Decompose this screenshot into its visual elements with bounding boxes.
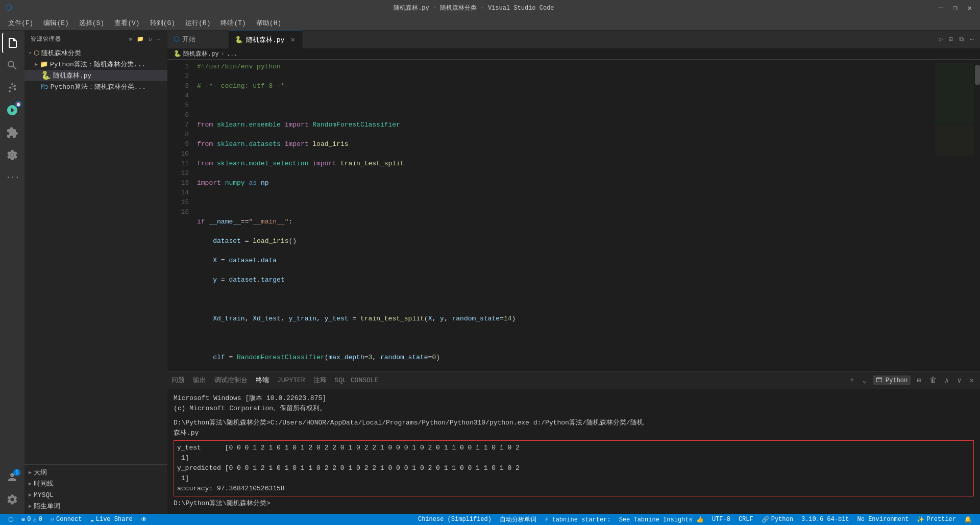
editor-layout-icon[interactable]: ⧉ <box>957 34 966 45</box>
liveshare-label: Live Share <box>96 516 133 523</box>
status-tabnine-auto[interactable]: 自动分析单词 <box>496 514 541 525</box>
menu-view[interactable]: 查看(V) <box>110 16 143 30</box>
tabnine-auto-label: 自动分析单词 <box>500 515 536 524</box>
menu-select[interactable]: 选择(S) <box>75 16 108 30</box>
sidebar-section-mysql[interactable]: ▶ MYSQL <box>24 489 167 501</box>
split-terminal-button[interactable]: ⊞ <box>915 375 923 386</box>
split-editor-icon[interactable]: ⊡ <box>947 33 955 45</box>
terminal-tab-terminal[interactable]: 终端 <box>256 373 269 387</box>
activity-remote-icon[interactable] <box>2 145 22 165</box>
status-liveshare[interactable]: ☁ Live Share <box>86 514 137 525</box>
new-terminal-button[interactable]: + <box>848 375 856 385</box>
maximize-panel-button[interactable]: ∧ <box>943 375 951 386</box>
new-folder-icon[interactable]: 📁 <box>136 35 145 43</box>
status-tabnine-insights[interactable]: See Tabnine Insights 👍 <box>615 514 708 525</box>
sidebar-section-timeline[interactable]: ▶ 时间线 <box>24 478 167 489</box>
terminal-tab-problems[interactable]: 问题 <box>172 373 185 387</box>
more-actions-icon[interactable]: ⋯ <box>968 33 976 45</box>
breadcrumb-sep: › <box>221 51 225 58</box>
terminal-tab-debug[interactable]: 调试控制台 <box>214 373 248 387</box>
editor-scrollbar[interactable] <box>975 60 980 371</box>
menu-help[interactable]: 帮助(H) <box>252 16 285 30</box>
menu-run[interactable]: 运行(R) <box>181 16 214 30</box>
collapse-icon[interactable]: ⋯ <box>155 35 161 43</box>
md-file-icon: Mↄ <box>41 83 48 91</box>
code-editor[interactable]: 12345 678910 1112131415 16 #!/usr/bin/en… <box>167 60 934 371</box>
activity-settings-icon[interactable] <box>2 489 22 510</box>
terminal-tab-output[interactable]: 输出 <box>193 373 206 387</box>
subfolder-label: Python算法：随机森林分类... <box>50 60 145 69</box>
close-panel-button[interactable]: ✕ <box>968 375 976 386</box>
terminal-accuracy-output: accuracy: 97.36842105263158 <box>177 484 970 494</box>
activity-scm-icon[interactable] <box>2 78 22 98</box>
status-connect[interactable]: ⚇ Connect <box>46 514 86 525</box>
tab-start[interactable]: ⬡ 开始 <box>167 31 229 48</box>
maximize-button[interactable]: ❐ <box>950 3 960 13</box>
sidebar-section-words[interactable]: ▶ 陌生单词 <box>24 501 167 512</box>
status-encoding[interactable]: UTF-8 <box>708 514 734 525</box>
activity-more-icon[interactable]: ··· <box>2 167 22 188</box>
kill-terminal-button[interactable]: 🗑 <box>927 375 939 385</box>
close-button[interactable]: ✕ <box>965 3 975 13</box>
status-python-link[interactable]: 🔗 Python <box>757 514 797 525</box>
new-file-icon[interactable]: ⊕ <box>128 35 134 43</box>
status-language[interactable]: Chinese (Simplified) <box>414 514 496 525</box>
menu-edit[interactable]: 编辑(E) <box>39 16 72 30</box>
file-tree: ▾ ⬡ 随机森林分类 ▶ 📁 Python算法：随机森林分类... 🐍 随机森林… <box>24 47 167 464</box>
status-prettier[interactable]: ✨ Prettier <box>913 514 960 525</box>
tree-root-folder[interactable]: ▾ ⬡ 随机森林分类 <box>24 47 167 59</box>
sidebar-header: 资源管理器 ⊕ 📁 ↻ ⋯ <box>24 31 167 47</box>
timeline-arrow-icon: ▶ <box>29 481 32 487</box>
tabnine-insights-label: See Tabnine Insights 👍 <box>619 516 704 523</box>
terminal-ypred-output: y_predicted [0 0 0 1 2 1 0 1 0 1 1 0 2 2… <box>177 463 970 484</box>
title-bar-controls: — ❐ ✕ <box>936 3 975 13</box>
run-file-icon[interactable]: ▷ <box>937 33 945 45</box>
status-eol[interactable]: CRLF <box>734 514 757 525</box>
activity-search-icon[interactable] <box>2 55 22 76</box>
liveshare-icon: ☁ <box>90 516 94 523</box>
terminal-spacer <box>174 414 974 418</box>
encoding-label: UTF-8 <box>712 516 730 523</box>
status-eye[interactable]: 👁 <box>137 514 151 525</box>
language-label: Chinese (Simplified) <box>418 516 492 523</box>
status-tabnine[interactable]: ⚡ tabnine starter: <box>541 514 615 525</box>
terminal-tab-jupyter[interactable]: JUPYTER <box>277 374 305 386</box>
activity-debug-icon[interactable]: ⏰ <box>2 100 22 120</box>
tree-file-py[interactable]: 🐍 随机森林.py <box>24 70 167 81</box>
minimize-button[interactable]: — <box>936 3 946 13</box>
sidebar-section-outline[interactable]: ▶ 大纲 <box>24 467 167 478</box>
minimize-panel-button[interactable]: ∨ <box>955 375 963 386</box>
title-bar: ⬡ 随机森林.py - 随机森林分类 - Visual Studio Code … <box>0 0 980 15</box>
status-bar: ⬡ ⊗ 0 ⚠ 0 ⚇ Connect ☁ Live Share 👁 Chine… <box>0 514 980 525</box>
tab-py-label: 随机森林.py <box>246 35 284 44</box>
activity-account-icon[interactable] <box>2 467 22 487</box>
words-arrow-icon: ▶ <box>29 503 32 509</box>
menu-goto[interactable]: 转到(G) <box>146 16 179 30</box>
tab-main-file[interactable]: 🐍 随机森林.py ✕ <box>229 31 303 48</box>
svg-point-0 <box>11 154 14 157</box>
tree-file-md[interactable]: Mↄ Python算法：随机森林分类... <box>24 81 167 92</box>
tab-close-button[interactable]: ✕ <box>289 35 296 44</box>
code-content[interactable]: #!/usr/bin/env python # -*- coding: utf-… <box>193 60 934 371</box>
mysql-arrow-icon: ▶ <box>29 492 32 498</box>
status-env[interactable]: No Environment <box>853 514 913 525</box>
outline-label: 大纲 <box>34 468 47 477</box>
activity-explorer-icon[interactable] <box>2 33 22 53</box>
status-python-version[interactable]: 3.10.6 64-bit <box>797 514 853 525</box>
terminal-highlighted-output: y_test [0 0 0 1 2 1 0 1 0 1 2 0 2 2 0 1 … <box>174 440 974 496</box>
terminal-run-command: D:\Python算法\随机森林分类>C:/Users/HONOR/AppDat… <box>174 418 974 438</box>
menu-file[interactable]: 文件(F) <box>4 16 37 30</box>
terminal-content[interactable]: Microsoft Windows [版本 10.0.22623.875] (c… <box>167 389 980 514</box>
terminal-dropdown-button[interactable]: ⌄ <box>860 375 868 386</box>
prettier-icon: ✨ <box>917 516 924 523</box>
terminal-tab-sql[interactable]: SQL CONSOLE <box>335 374 379 386</box>
refresh-icon[interactable]: ↻ <box>148 35 154 43</box>
status-git-icon[interactable]: ⬡ <box>4 514 17 525</box>
activity-extensions-icon[interactable] <box>2 122 22 143</box>
status-notifications[interactable]: 🔔 <box>960 514 976 525</box>
title-bar-left: ⬡ <box>5 3 12 13</box>
status-errors[interactable]: ⊗ 0 ⚠ 0 <box>17 514 46 525</box>
menu-terminal[interactable]: 终端(T) <box>216 16 250 30</box>
terminal-tab-comments[interactable]: 注释 <box>313 373 327 387</box>
tree-subfolder[interactable]: ▶ 📁 Python算法：随机森林分类... <box>24 59 167 70</box>
